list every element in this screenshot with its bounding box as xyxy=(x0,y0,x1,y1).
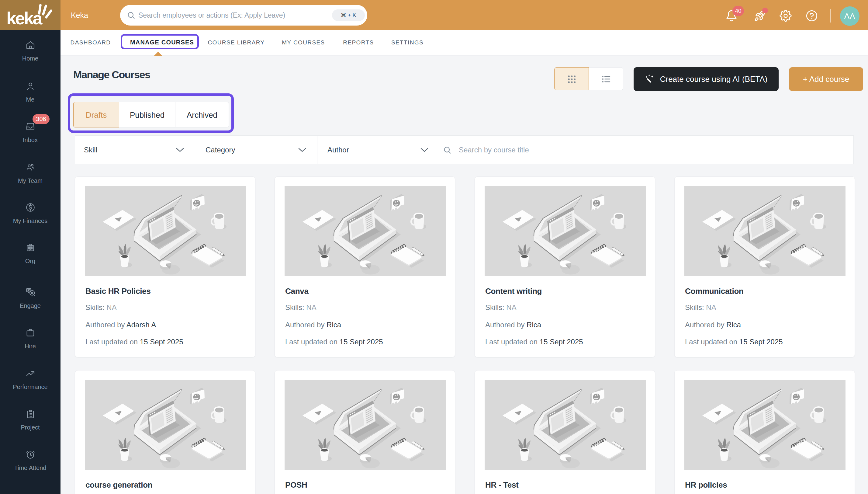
svg-text:keka: keka xyxy=(6,8,43,28)
